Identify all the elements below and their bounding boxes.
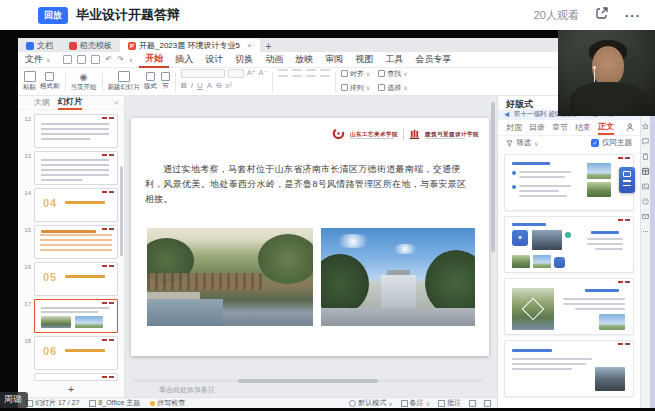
pane-tab-body-active[interactable]: 正文 xyxy=(598,120,614,135)
doc-tab-close-icon[interactable]: × xyxy=(247,41,252,50)
ribbon-tab-animation[interactable]: 动画 xyxy=(259,52,289,67)
strikethrough-button[interactable]: S xyxy=(216,81,221,90)
comment-toggle[interactable]: 批注 xyxy=(438,398,461,408)
slide-sorter-view-icon[interactable] xyxy=(484,400,491,407)
paste-button[interactable]: 粘贴 xyxy=(23,71,36,92)
more-icon[interactable] xyxy=(642,227,650,235)
canvas-vertical-scrollbar[interactable] xyxy=(491,102,495,252)
wps-home-tab[interactable]: 文档 xyxy=(18,39,61,52)
ribbon-tab-design[interactable]: 设计 xyxy=(199,52,229,67)
share-icon[interactable] xyxy=(595,6,609,24)
clipboard-icon[interactable] xyxy=(642,152,650,160)
pane-tab-cover[interactable]: 封面 xyxy=(506,122,522,133)
find-button[interactable]: 查找∨ xyxy=(378,69,407,79)
thumbnail-row[interactable]: 12 xyxy=(18,114,118,148)
new-slide-button[interactable]: 新建幻灯片 xyxy=(108,71,141,92)
slide-13-thumb[interactable] xyxy=(34,151,118,185)
add-slide-button[interactable]: + xyxy=(18,383,124,397)
thumbnail-row[interactable]: 13 xyxy=(18,151,118,185)
panel-scrollbar[interactable] xyxy=(120,166,123,256)
preview-icon[interactable] xyxy=(91,55,100,64)
filter-button[interactable]: 筛选∨ xyxy=(506,138,538,148)
presenter-webcam[interactable] xyxy=(558,30,655,116)
only-same-theme-checkbox[interactable]: ✓ 仅同主题 xyxy=(591,138,632,148)
section-button[interactable]: 节 xyxy=(161,72,170,91)
ribbon-tab-member[interactable]: 会员专享 xyxy=(409,52,457,67)
font-size-select[interactable] xyxy=(228,69,244,78)
font-name-select[interactable] xyxy=(181,69,225,78)
slide-17-thumb-selected[interactable] xyxy=(34,299,118,333)
underline-button[interactable]: U xyxy=(197,81,203,90)
decrease-font-icon[interactable]: A⁻ xyxy=(258,69,266,77)
superscript-button[interactable]: x² xyxy=(225,81,232,90)
play-from-current-button[interactable]: ◉当页开始 xyxy=(71,72,97,92)
ribbon-tab-tools[interactable]: 工具 xyxy=(379,52,409,67)
theme-name[interactable]: 8_Office 主题 xyxy=(89,398,140,408)
ribbon-tab-home[interactable]: 开始 xyxy=(139,51,169,68)
canvas-horizontal-scrollbar[interactable] xyxy=(133,379,483,383)
normal-view-icon[interactable] xyxy=(469,400,476,407)
format-painter-button[interactable]: 格式刷 xyxy=(40,72,60,91)
align-objects-button[interactable]: 对齐∨ xyxy=(341,69,370,79)
numbering-icon[interactable] xyxy=(292,69,302,71)
collapse-panel-icon[interactable]: < xyxy=(114,98,119,107)
layout-card[interactable] xyxy=(504,154,634,211)
save-icon[interactable] xyxy=(63,55,72,64)
bullets-icon[interactable] xyxy=(278,69,288,71)
chevron-down-icon[interactable]: ∨ xyxy=(129,56,133,63)
ribbon-tab-review[interactable]: 审阅 xyxy=(319,52,349,67)
line-spacing-icon[interactable] xyxy=(320,69,330,71)
comment-icon[interactable] xyxy=(642,137,650,145)
slide-layout-button[interactable]: 版式 xyxy=(144,72,157,91)
slide-16-thumb[interactable]: 05 xyxy=(34,262,118,296)
more-menu-icon[interactable]: ··· xyxy=(625,8,641,23)
help-icon[interactable]: ? xyxy=(642,197,650,205)
slide-15-thumb[interactable] xyxy=(34,225,118,259)
thumbnail-row[interactable]: 15 xyxy=(18,225,118,259)
redo-icon[interactable]: ↷ xyxy=(117,55,124,64)
feedback-icon[interactable] xyxy=(642,212,650,220)
user-icon[interactable] xyxy=(626,123,634,133)
print-icon[interactable] xyxy=(77,55,86,64)
slide-19-thumb-partial[interactable] xyxy=(34,373,118,381)
justify-icon[interactable] xyxy=(320,75,330,77)
undo-icon[interactable]: ↶ xyxy=(105,55,112,64)
wps-store-tab[interactable]: 稻壳模板 xyxy=(61,39,120,52)
outline-tab[interactable]: 大纲 xyxy=(34,97,50,108)
select-button[interactable]: 选择∨ xyxy=(378,83,407,93)
slide-12-thumb[interactable] xyxy=(34,114,118,148)
mode-switch[interactable]: 默认模式∨ xyxy=(349,398,392,408)
arrange-button[interactable]: 排列∨ xyxy=(341,83,370,93)
ribbon-tab-view[interactable]: 视图 xyxy=(349,52,379,67)
align-center-icon[interactable] xyxy=(292,75,302,77)
current-slide[interactable]: 山东工艺美术学院 建筑与景观设计学院 通过实地考察，马套村位于山东省济南市长清区… xyxy=(131,118,489,356)
pane-tab-section[interactable]: 章节 xyxy=(552,122,568,133)
new-doc-tab-button[interactable]: + xyxy=(266,41,272,52)
ribbon-tab-slideshow[interactable]: 放映 xyxy=(289,52,319,67)
slide-14-thumb[interactable]: 04 xyxy=(34,188,118,222)
font-color-button[interactable]: A xyxy=(207,81,212,90)
layout-card[interactable] xyxy=(504,340,634,397)
thumbnail-row[interactable]: 18 06 xyxy=(18,336,118,370)
layout-pane-icon-active[interactable] xyxy=(642,167,650,175)
ribbon-tab-transition[interactable]: 切换 xyxy=(229,52,259,67)
pane-tab-ending[interactable]: 结束 xyxy=(575,122,591,133)
notes-placeholder[interactable]: 单击此处添加备注 xyxy=(159,385,215,395)
slides-tab[interactable]: 幻灯片 xyxy=(58,96,82,110)
notes-toggle[interactable]: 备注∨ xyxy=(401,398,430,408)
screen-share-video[interactable]: 文档 稻壳模板 P 开题_2023届 环境设计专业5 × + 文件∨ xyxy=(0,30,655,411)
increase-font-icon[interactable]: A⁺ xyxy=(247,69,255,77)
slide-18-thumb[interactable]: 06 xyxy=(34,336,118,370)
indent-icon[interactable] xyxy=(306,69,316,71)
star-icon[interactable] xyxy=(642,122,650,130)
italic-button[interactable]: I xyxy=(191,81,193,90)
image-icon[interactable] xyxy=(642,182,650,190)
pane-tab-toc[interactable]: 目录 xyxy=(529,122,545,133)
spell-check-status[interactable]: 拼写检查 xyxy=(150,398,185,408)
layout-card[interactable]: ✦ xyxy=(504,216,634,273)
thumbnail-row-partial[interactable] xyxy=(18,373,118,383)
file-menu-button[interactable]: 文件∨ xyxy=(18,53,57,66)
align-right-icon[interactable] xyxy=(306,75,316,77)
thumbnail-row[interactable]: 14 04 xyxy=(18,188,118,222)
thumbnail-row[interactable]: 16 05 xyxy=(18,262,118,296)
